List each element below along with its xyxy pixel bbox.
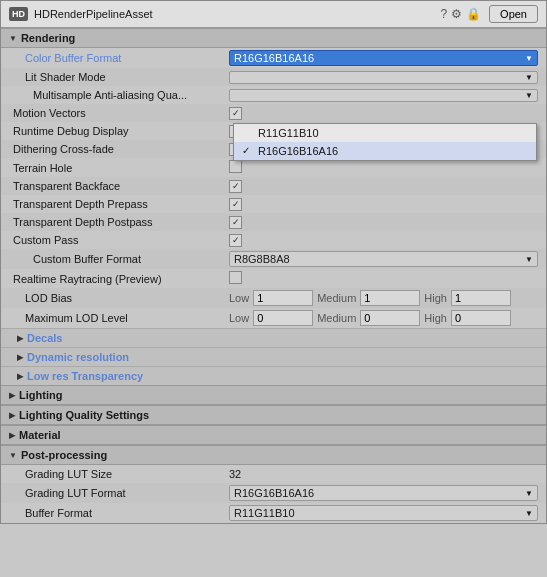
lock-icon[interactable]: 🔒 <box>466 7 481 21</box>
runtime-debug-label: Runtime Debug Display <box>9 125 229 137</box>
material-triangle: ▶ <box>9 431 15 440</box>
open-button[interactable]: Open <box>489 5 538 23</box>
transparent-backface-row: Transparent Backface <box>1 177 546 195</box>
custom-pass-row: Custom Pass <box>1 231 546 249</box>
lod-bias-row: LOD Bias Low Medium High <box>1 288 546 308</box>
color-buffer-format-row: Color Buffer Format R16G16B16A16 ▼ <box>1 48 546 68</box>
material-label: Material <box>19 429 61 441</box>
lod-bias-medium-input[interactable] <box>360 290 420 306</box>
custom-pass-checkbox[interactable] <box>229 234 242 247</box>
custom-pass-value <box>229 233 538 247</box>
popup-option-r16g16b16a16-text: R16G16B16A16 <box>258 145 338 157</box>
lit-shader-mode-dropdown[interactable]: ▼ <box>229 71 538 84</box>
buffer-format-row: Buffer Format R11G11B10 ▼ <box>1 503 546 523</box>
buffer-format-dropdown[interactable]: R11G11B10 ▼ <box>229 505 538 521</box>
custom-buffer-format-dropdown[interactable]: R8G8B8A8 ▼ <box>229 251 538 267</box>
decals-subsection[interactable]: ▶ Decals <box>1 328 546 347</box>
max-lod-high-input[interactable] <box>451 310 511 326</box>
multisample-dropdown[interactable]: ▼ <box>229 89 538 102</box>
color-buffer-format-selected: R16G16B16A16 <box>234 52 314 64</box>
post-processing-triangle: ▼ <box>9 451 17 460</box>
lighting-quality-section-header[interactable]: ▶ Lighting Quality Settings <box>1 405 546 425</box>
terrain-hole-value <box>229 160 538 175</box>
dynamic-resolution-subsection[interactable]: ▶ Dynamic resolution <box>1 347 546 366</box>
post-processing-label: Post-processing <box>21 449 107 461</box>
color-buffer-format-dropdown[interactable]: R16G16B16A16 ▼ <box>229 50 538 66</box>
lod-bias-low-label: Low <box>229 292 249 304</box>
lit-shader-mode-arrow: ▼ <box>525 73 533 82</box>
max-lod-medium-label: Medium <box>317 312 356 324</box>
terrain-hole-label: Terrain Hole <box>9 162 229 174</box>
lighting-triangle: ▶ <box>9 391 15 400</box>
rendering-section-header[interactable]: ▼ Rendering <box>1 28 546 48</box>
lighting-section-header[interactable]: ▶ Lighting <box>1 385 546 405</box>
buffer-format-label: Buffer Format <box>9 507 229 519</box>
transparent-depth-postpass-row: Transparent Depth Postpass <box>1 213 546 231</box>
transparent-depth-postpass-checkbox[interactable] <box>229 216 242 229</box>
max-lod-medium-input[interactable] <box>360 310 420 326</box>
motion-vectors-label: Motion Vectors <box>9 107 229 119</box>
transparent-backface-checkbox[interactable] <box>229 180 242 193</box>
custom-pass-label: Custom Pass <box>9 234 229 246</box>
lod-bias-low-input[interactable] <box>253 290 313 306</box>
window-title: HDRenderPipelineAsset <box>34 8 153 20</box>
transparent-depth-postpass-label: Transparent Depth Postpass <box>9 216 229 228</box>
color-buffer-format-arrow: ▼ <box>525 54 533 63</box>
transparent-depth-postpass-value <box>229 215 538 229</box>
popup-option-r16g16b16a16[interactable]: ✓ R16G16B16A16 <box>234 142 536 160</box>
lighting-quality-label: Lighting Quality Settings <box>19 409 149 421</box>
grading-lut-size-value: 32 <box>229 468 538 480</box>
lod-bias-high-input[interactable] <box>451 290 511 306</box>
grading-lut-size-row: Grading LUT Size 32 <box>1 465 546 483</box>
lod-bias-value: Low Medium High <box>229 290 538 306</box>
titlebar-right: ? ⚙ 🔒 Open <box>440 5 538 23</box>
motion-vectors-row: Motion Vectors <box>1 104 546 122</box>
lod-bias-inputs: Low Medium High <box>229 290 538 306</box>
custom-buffer-format-arrow: ▼ <box>525 255 533 264</box>
lod-bias-label: LOD Bias <box>9 292 229 304</box>
main-window: HD HDRenderPipelineAsset ? ⚙ 🔒 Open ▼ Re… <box>0 0 547 524</box>
rendering-label: Rendering <box>21 32 75 44</box>
low-res-subsection[interactable]: ▶ Low res Transparency <box>1 366 546 385</box>
popup-checkmark: ✓ <box>242 145 250 156</box>
realtime-raytracing-checkbox[interactable] <box>229 271 242 284</box>
post-processing-section-header[interactable]: ▼ Post-processing <box>1 445 546 465</box>
material-section-header[interactable]: ▶ Material <box>1 425 546 445</box>
grading-lut-format-value: R16G16B16A16 ▼ <box>229 485 538 501</box>
transparent-depth-prepass-value <box>229 197 538 211</box>
lighting-quality-triangle: ▶ <box>9 411 15 420</box>
settings-icon[interactable]: ⚙ <box>451 7 462 21</box>
buffer-format-selected: R11G11B10 <box>234 507 295 519</box>
custom-buffer-format-row: Custom Buffer Format R8G8B8A8 ▼ <box>1 249 546 269</box>
lit-shader-mode-label: Lit Shader Mode <box>9 71 229 83</box>
low-res-triangle: ▶ <box>17 372 23 381</box>
popup-option-r11g11b10[interactable]: R11G11B10 <box>234 124 536 142</box>
titlebar: HD HDRenderPipelineAsset ? ⚙ 🔒 Open <box>1 1 546 28</box>
motion-vectors-value <box>229 106 538 120</box>
grading-lut-format-row: Grading LUT Format R16G16B16A16 ▼ <box>1 483 546 503</box>
transparent-backface-label: Transparent Backface <box>9 180 229 192</box>
hd-icon: HD <box>9 7 28 21</box>
dithering-label: Dithering Cross-fade <box>9 143 229 155</box>
rendering-triangle: ▼ <box>9 34 17 43</box>
multisample-arrow: ▼ <box>525 91 533 100</box>
dynamic-resolution-label: Dynamic resolution <box>27 351 129 363</box>
max-lod-value: Low Medium High <box>229 310 538 326</box>
multisample-label: Multisample Anti-aliasing Qua... <box>9 89 229 101</box>
max-lod-label: Maximum LOD Level <box>9 312 229 324</box>
multisample-value: ▼ <box>229 89 538 102</box>
motion-vectors-checkbox[interactable] <box>229 107 242 120</box>
custom-buffer-format-selected: R8G8B8A8 <box>234 253 290 265</box>
realtime-raytracing-value <box>229 271 538 286</box>
transparent-depth-prepass-checkbox[interactable] <box>229 198 242 211</box>
terrain-hole-checkbox[interactable] <box>229 160 242 173</box>
lit-shader-mode-row: Lit Shader Mode ▼ <box>1 68 546 86</box>
grading-lut-format-dropdown[interactable]: R16G16B16A16 ▼ <box>229 485 538 501</box>
titlebar-icons: ? ⚙ 🔒 <box>440 7 481 21</box>
titlebar-left: HD HDRenderPipelineAsset <box>9 7 153 21</box>
lod-bias-high-label: High <box>424 292 447 304</box>
grading-lut-format-selected: R16G16B16A16 <box>234 487 314 499</box>
max-lod-low-input[interactable] <box>253 310 313 326</box>
decals-label: Decals <box>27 332 62 344</box>
help-icon[interactable]: ? <box>440 7 447 21</box>
